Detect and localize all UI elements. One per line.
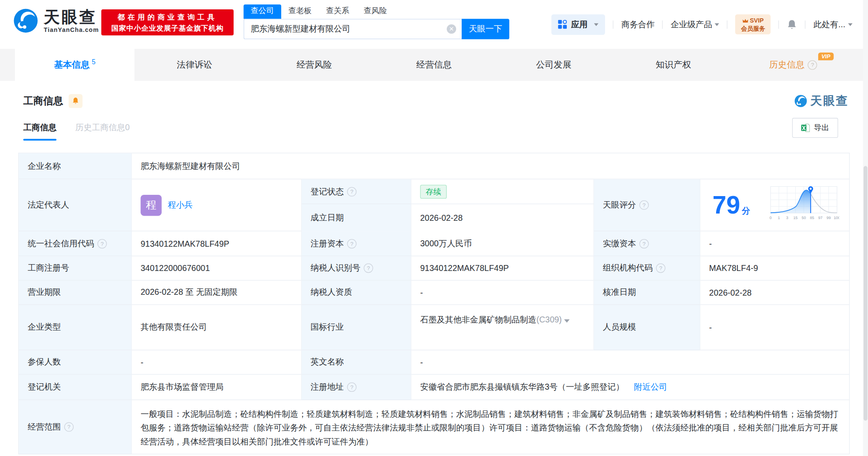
svg-text:97: 97 [818, 216, 822, 220]
business-cooperation-link[interactable]: 商务合作 [621, 19, 654, 30]
company-nav-tabs: 基本信息 5 法律诉讼 经营风险 经营信息 公司发展 知识产权 VIP 历史信息… [0, 48, 868, 80]
watermark-swirl-icon [794, 94, 807, 107]
search-button[interactable]: 天眼一下 [462, 19, 509, 39]
reg-capital-value: 3000万人民币 [411, 231, 594, 256]
search-tab-risk[interactable]: 查风险 [357, 4, 394, 19]
staff-size-value: - [700, 305, 849, 351]
tab-label: 知识产权 [656, 59, 691, 71]
search-tabs: 查公司 查老板 查关系 查风险 [243, 4, 509, 19]
tab-history-info[interactable]: VIP 历史信息 ? [733, 48, 853, 80]
watermark-logo: 天眼查 [794, 93, 849, 108]
tab-label: 公司发展 [536, 59, 571, 71]
export-button[interactable]: 导出 [792, 118, 838, 138]
section-title: 工商信息 [23, 94, 63, 107]
chevron-down-icon [848, 23, 852, 26]
score-unit: 分 [742, 206, 750, 217]
svip-member-badge[interactable]: SVIP 会员服务 [735, 14, 771, 34]
help-icon[interactable]: ? [640, 200, 649, 210]
tab-operating-info[interactable]: 经营信息 [374, 48, 494, 80]
staff-size-label: 人员规模 [594, 305, 700, 351]
svg-text:50: 50 [802, 216, 806, 220]
search-area: 查公司 查老板 查关系 查风险 ✕ 天眼一下 [243, 4, 509, 39]
scrollbar-track [863, 0, 868, 456]
notification-bell-icon[interactable] [787, 19, 797, 30]
subtab-business-info[interactable]: 工商信息 [23, 123, 57, 141]
page: 天眼查 TianYanCha.com 都在用的商业查询工具 国家中小企业发展子基… [0, 0, 868, 456]
nearby-companies-link[interactable]: 附近公司 [634, 382, 667, 393]
subtab-history-business-info[interactable]: 历史工商信息0 [75, 123, 130, 141]
scrollbar-thumb[interactable] [864, 166, 868, 420]
reg-capital-label: 注册资本? [302, 231, 411, 256]
reg-number-label: 工商注册号 [19, 256, 131, 280]
approval-date-value: 2026-02-28 [700, 281, 849, 305]
status-badge: 存续 [420, 185, 446, 199]
search-tab-relation[interactable]: 查关系 [319, 4, 356, 19]
legal-rep-label: 法定代表人 [19, 180, 131, 231]
business-info-table: 企业名称 肥东海螺新型建材有限公司 法定代表人 程 程小兵 登记状态? 存续 成… [18, 153, 850, 454]
clear-search-icon[interactable]: ✕ [447, 24, 456, 34]
org-code-value: MAK78LF4-9 [700, 256, 849, 280]
help-icon[interactable]: ? [97, 239, 107, 248]
svg-text:85: 85 [810, 216, 814, 220]
subtab-row: 工商信息 历史工商信息0 导出 [23, 118, 845, 140]
reg-address-value: 安徽省合肥市肥东县撮镇镇东华路3号（一址多照登记） 附近公司 [411, 375, 849, 400]
score-axis-ticks: 0 1 3 15 50 85 97 99 100 [769, 216, 839, 220]
user-account-menu[interactable]: 此处有... [814, 19, 853, 30]
business-scope-label: 经营范围? [19, 400, 131, 455]
help-icon[interactable]: ? [640, 239, 649, 248]
top-header: 天眼查 TianYanCha.com 都在用的商业查询工具 国家中小企业发展子基… [0, 0, 868, 48]
credit-code-value: 91340122MAK78LF49P [132, 231, 302, 256]
industry-code: (C309) [537, 315, 562, 324]
tab-legal-proceedings[interactable]: 法律诉讼 [135, 48, 254, 80]
help-icon[interactable]: ? [347, 187, 357, 196]
section-header: 工商信息 天眼查 [23, 93, 845, 108]
enterprise-product-link[interactable]: 企业级产品 [671, 19, 719, 30]
search-tab-company[interactable]: 查公司 [243, 4, 281, 19]
search-box: ✕ [243, 19, 462, 39]
search-tab-boss[interactable]: 查老板 [281, 4, 319, 19]
company-type-value: 其他有限责任公司 [132, 305, 302, 351]
logo-domain: TianYanCha.com [44, 26, 99, 33]
insured-count-value: - [132, 351, 302, 375]
establish-date-value: 2026-02-28 [411, 204, 594, 231]
search-input[interactable] [244, 24, 447, 34]
svip-label: SVIP [750, 17, 764, 24]
divider [613, 20, 614, 28]
help-icon[interactable]: ? [364, 263, 373, 273]
tab-company-development[interactable]: 公司发展 [494, 48, 614, 80]
apps-menu[interactable]: 应用 [551, 14, 605, 34]
tab-intellectual-property[interactable]: 知识产权 [614, 48, 733, 80]
monitor-bell-button[interactable] [69, 94, 83, 108]
svg-text:0: 0 [769, 216, 771, 220]
reg-number-value: 340122000676001 [132, 256, 302, 280]
excel-icon [801, 123, 810, 132]
watermark-text: 天眼查 [811, 93, 849, 108]
chevron-down-icon[interactable] [564, 319, 570, 323]
help-icon[interactable]: ? [64, 422, 74, 432]
tab-basic-info[interactable]: 基本信息 5 [15, 48, 134, 80]
chevron-down-icon [594, 23, 599, 26]
legal-rep-link[interactable]: 程小兵 [168, 200, 193, 211]
chevron-down-icon [715, 23, 719, 26]
reg-status-value: 存续 [411, 180, 594, 205]
business-scope-value: 一般项目：水泥制品制造；砼结构构件制造；轻质建筑材料制造；轻质建筑材料销售；水泥… [132, 400, 849, 455]
english-name-value: - [411, 351, 849, 375]
tianyancha-logo[interactable]: 天眼查 TianYanCha.com [13, 9, 99, 34]
logo-swirl-icon [13, 9, 38, 34]
tab-operating-risk[interactable]: 经营风险 [254, 48, 374, 80]
industry-label: 国标行业 [302, 305, 411, 351]
score-value: 79 分 [700, 180, 849, 231]
legal-rep-avatar[interactable]: 程 [140, 194, 161, 215]
help-icon[interactable]: ? [656, 263, 665, 273]
help-icon[interactable]: ? [808, 60, 817, 69]
divider [805, 20, 805, 28]
user-account-label: 此处有... [814, 19, 845, 28]
svg-text:15: 15 [794, 216, 798, 220]
svip-sub-label: 会员服务 [741, 25, 765, 32]
english-name-label: 英文名称 [302, 351, 411, 375]
credit-code-label: 统一社会信用代码? [19, 231, 131, 256]
apps-grid-icon [558, 20, 567, 29]
vip-tag: VIP [818, 53, 834, 60]
help-icon[interactable]: ? [347, 382, 357, 392]
help-icon[interactable]: ? [347, 239, 357, 248]
